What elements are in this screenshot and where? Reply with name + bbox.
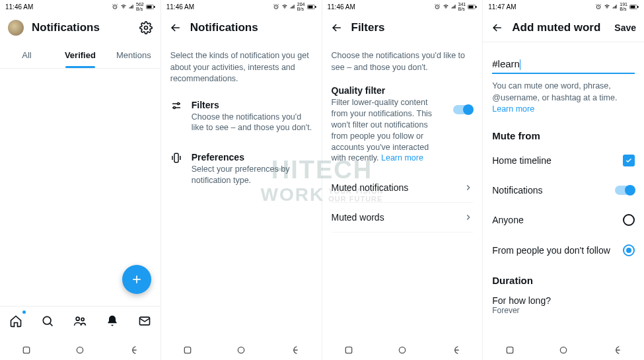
tab-all[interactable]: All [0, 42, 54, 68]
status-bar: 11:46 AM 562B/s [0, 0, 161, 13]
nav-home[interactable] [9, 314, 22, 328]
notifications-toggle[interactable] [615, 186, 635, 195]
status-time: 11:46 AM [328, 3, 355, 11]
tab-verified[interactable]: Verified [54, 42, 107, 68]
page-title: Filters [351, 21, 385, 34]
svg-point-15 [177, 102, 179, 104]
battery-icon [146, 4, 155, 10]
svg-rect-2 [147, 5, 151, 8]
duration-value: Forever [492, 306, 635, 315]
android-back-icon[interactable] [128, 345, 139, 355]
content: Choose the notifications you'd like to s… [322, 42, 483, 240]
tab-mentions[interactable]: Mentions [107, 42, 161, 68]
status-bar: 11:47 AM 191B/s [483, 0, 644, 13]
svg-rect-24 [345, 347, 351, 353]
muted-word-input-wrap[interactable]: #learn [492, 54, 635, 74]
chevron-right-icon [464, 183, 473, 192]
arrow-left-icon [169, 21, 182, 34]
back-button[interactable] [169, 21, 182, 34]
nav-search[interactable] [41, 314, 54, 328]
content: Select the kinds of notification you get… [161, 42, 322, 203]
svg-rect-9 [24, 347, 30, 353]
android-back-icon[interactable] [612, 345, 622, 355]
learn-more-link[interactable]: Learn more [492, 104, 534, 114]
quality-filter-title: Quality filter [332, 85, 445, 96]
mute-anyone-row[interactable]: Anyone [492, 205, 635, 235]
header: Notifications [161, 13, 322, 42]
nav-communities[interactable] [73, 314, 87, 328]
android-recent-icon[interactable] [21, 345, 32, 355]
status-bar: 11:46 AM 204B/s [161, 0, 322, 13]
svg-point-4 [144, 26, 147, 30]
settings-button[interactable] [139, 21, 153, 34]
sliders-icon [170, 100, 182, 112]
quality-filter-toggle[interactable] [453, 105, 473, 114]
android-home-icon[interactable] [236, 345, 246, 355]
android-home-icon[interactable] [397, 345, 408, 355]
svg-point-25 [399, 347, 405, 353]
signal-icon [451, 3, 456, 10]
android-recent-icon[interactable] [505, 345, 515, 355]
mute-home-timeline-row[interactable]: Home timeline [492, 145, 635, 176]
dont-follow-radio[interactable] [623, 244, 635, 256]
battery-icon [468, 4, 477, 10]
gear-icon [139, 21, 153, 34]
bell-icon [106, 314, 119, 328]
mute-dont-follow-row[interactable]: From people you don't follow [492, 235, 635, 266]
save-button[interactable]: Save [614, 22, 636, 33]
page-title: Notifications [32, 21, 100, 34]
plus-icon [130, 273, 143, 286]
signal-icon [129, 3, 134, 10]
nav-messages[interactable] [138, 314, 151, 328]
android-back-icon[interactable] [289, 345, 300, 355]
header: Filters [322, 13, 483, 42]
wifi-icon [604, 3, 610, 10]
android-home-icon[interactable] [75, 345, 85, 355]
status-time: 11:47 AM [488, 3, 516, 11]
header: Add muted word Save [483, 13, 644, 42]
anyone-radio[interactable] [623, 214, 635, 226]
learn-more-link[interactable]: Learn more [381, 153, 423, 162]
row-filters[interactable]: Filters Choose the notifications you'd l… [170, 90, 312, 143]
back-button[interactable] [491, 21, 504, 34]
search-icon [41, 314, 54, 328]
row-label: Muted notifications [332, 182, 409, 193]
nav-notifications[interactable] [106, 314, 119, 328]
chevron-right-icon [464, 213, 473, 222]
duration-row[interactable]: For how long? Forever [492, 290, 635, 320]
avatar[interactable] [8, 20, 24, 36]
section-mute-from: Mute from [492, 121, 635, 145]
alarm-icon [434, 3, 441, 10]
tabs: All Verified Mentions [0, 42, 161, 69]
bps-label: 562B/s [136, 2, 144, 11]
svg-rect-3 [154, 6, 155, 8]
android-home-icon[interactable] [558, 345, 569, 355]
description: Select the kinds of notification you get… [170, 50, 312, 85]
muted-words-row[interactable]: Muted words [332, 203, 474, 233]
back-button[interactable] [330, 21, 343, 34]
screen-notifications-tabs: 11:46 AM 562B/s Notifications All Verifi… [0, 0, 161, 360]
row-label: From people you don't follow [492, 245, 610, 256]
screen-filters: 11:46 AM 341B/s Filters Choose the notif… [322, 0, 483, 360]
compose-fab[interactable] [122, 265, 151, 294]
page-title: Add muted word [512, 21, 600, 34]
android-recent-icon[interactable] [343, 345, 354, 355]
status-icons: 562B/s [112, 2, 155, 11]
svg-rect-18 [185, 347, 191, 353]
home-timeline-checkbox[interactable] [623, 155, 635, 166]
svg-point-5 [44, 316, 52, 324]
muted-notifications-row[interactable]: Muted notifications [332, 173, 474, 203]
signal-icon [290, 3, 295, 10]
mute-notifications-row[interactable]: Notifications [492, 176, 635, 205]
row-label: Anyone [492, 215, 523, 225]
hint-text: You can mute one word, phrase, @username… [492, 81, 635, 116]
android-back-icon[interactable] [450, 345, 461, 355]
muted-word-input[interactable]: #learn [492, 58, 520, 69]
row-preferences[interactable]: Preferences Select your preferences by n… [170, 143, 312, 196]
duration-label: For how long? [492, 295, 635, 306]
svg-rect-14 [315, 6, 316, 8]
notification-dot [22, 310, 26, 314]
battery-icon [307, 4, 316, 10]
svg-rect-29 [637, 6, 639, 8]
android-recent-icon[interactable] [182, 345, 193, 355]
